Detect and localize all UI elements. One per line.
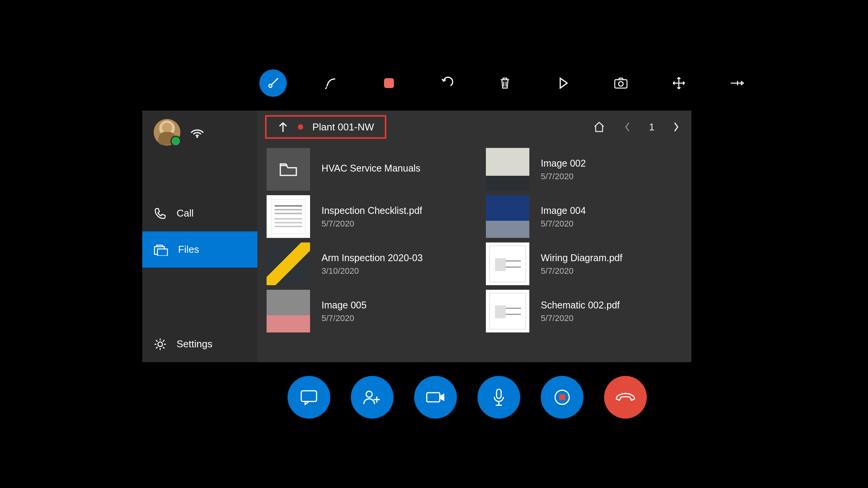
svg-rect-10 xyxy=(427,393,440,402)
svg-rect-1 xyxy=(384,78,394,88)
move-icon xyxy=(672,77,685,90)
end-call-icon xyxy=(615,392,636,403)
file-item[interactable]: Inspection Checklist.pdf 5/7/2020 xyxy=(267,195,463,238)
sidebar-nav: Call Files xyxy=(142,195,257,268)
breadcrumb-row: Plant 001-NW 1 xyxy=(257,111,691,145)
content-area: Plant 001-NW 1 xyxy=(257,111,691,362)
play-button[interactable] xyxy=(549,69,577,97)
sidebar: Call Files Settings xyxy=(142,111,257,362)
image-thumb xyxy=(486,195,529,238)
mic-icon xyxy=(492,388,506,407)
svg-point-4 xyxy=(196,136,198,138)
annotation-toolbar xyxy=(259,69,751,97)
record-icon xyxy=(555,390,570,405)
file-date: 5/7/2020 xyxy=(321,313,366,323)
files-window: Call Files Settings Plant 001-NW xyxy=(142,111,691,362)
file-item[interactable]: Image 002 5/7/2020 xyxy=(486,148,682,191)
image-thumb xyxy=(486,148,529,191)
sidebar-item-files[interactable]: Files xyxy=(142,231,257,268)
mic-button[interactable] xyxy=(477,376,520,419)
file-name: HVAC Service Manuals xyxy=(321,162,420,175)
sidebar-settings-label: Settings xyxy=(177,338,212,350)
sidebar-item-settings[interactable]: Settings xyxy=(142,326,257,362)
end-call-button[interactable] xyxy=(604,376,647,419)
file-item[interactable]: Arm Inspection 2020-03 3/10/2020 xyxy=(267,242,463,285)
video-button[interactable] xyxy=(414,376,457,419)
chat-button[interactable] xyxy=(288,376,330,419)
svg-rect-8 xyxy=(301,391,317,401)
svg-point-9 xyxy=(366,391,372,397)
pin-button[interactable] xyxy=(723,69,751,97)
delete-button[interactable] xyxy=(491,69,519,97)
file-name: Image 004 xyxy=(541,204,586,217)
breadcrumb[interactable]: Plant 001-NW xyxy=(265,115,386,139)
record-dot-icon xyxy=(298,124,303,130)
file-item[interactable]: Wiring Diagram.pdf 5/7/2020 xyxy=(486,242,682,285)
prev-page-button[interactable] xyxy=(620,119,635,135)
sidebar-item-call[interactable]: Call xyxy=(142,195,257,231)
trash-icon xyxy=(499,77,511,90)
chevron-left-icon xyxy=(624,121,631,133)
ink-icon xyxy=(325,77,338,90)
image-thumb xyxy=(267,290,310,332)
chevron-right-icon xyxy=(672,121,680,133)
call-bar xyxy=(288,376,647,419)
phone-icon xyxy=(154,207,167,220)
file-item[interactable]: Schematic 002.pdf 5/7/2020 xyxy=(486,290,682,332)
schematic-thumb xyxy=(486,242,529,285)
schematic-thumb xyxy=(486,290,529,332)
stop-record-button[interactable] xyxy=(375,69,403,97)
file-name: Inspection Checklist.pdf xyxy=(321,204,422,217)
svg-rect-11 xyxy=(497,389,501,398)
stop-icon xyxy=(383,77,395,89)
page-number: 1 xyxy=(648,121,656,133)
file-name: Schematic 002.pdf xyxy=(541,299,620,312)
laser-pointer-icon xyxy=(267,77,280,90)
gear-icon xyxy=(154,338,167,351)
image-thumb xyxy=(267,242,310,285)
svg-point-0 xyxy=(269,84,272,87)
file-name: Wiring Diagram.pdf xyxy=(541,252,622,265)
undo-icon xyxy=(440,77,453,90)
camera-button[interactable] xyxy=(607,69,635,97)
profile-row xyxy=(142,111,257,153)
avatar[interactable] xyxy=(154,119,180,146)
file-date: 3/10/2020 xyxy=(321,266,423,276)
pin-icon xyxy=(730,79,744,88)
file-item[interactable]: Image 004 5/7/2020 xyxy=(486,195,682,238)
next-page-button[interactable] xyxy=(669,119,684,135)
file-date: 5/7/2020 xyxy=(541,313,620,323)
doc-thumb xyxy=(267,195,310,238)
ink-button[interactable] xyxy=(317,69,345,97)
move-button[interactable] xyxy=(665,69,693,97)
wifi-icon xyxy=(190,125,205,140)
file-date: 5/7/2020 xyxy=(541,219,586,229)
folder-icon xyxy=(267,148,310,191)
home-icon xyxy=(593,121,605,133)
home-button[interactable] xyxy=(592,119,607,135)
file-name: Image 005 xyxy=(321,299,366,312)
file-date: 5/7/2020 xyxy=(321,219,422,229)
undo-button[interactable] xyxy=(433,69,461,97)
people-button[interactable] xyxy=(351,376,394,419)
sidebar-call-label: Call xyxy=(177,207,194,219)
up-arrow-icon xyxy=(277,120,289,133)
video-icon xyxy=(425,390,446,404)
svg-rect-6 xyxy=(158,249,167,256)
svg-point-7 xyxy=(158,342,162,347)
file-date: 5/7/2020 xyxy=(541,266,622,276)
svg-rect-2 xyxy=(615,80,627,88)
file-item[interactable]: Image 005 5/7/2020 xyxy=(267,290,463,332)
file-name: Arm Inspection 2020-03 xyxy=(321,252,423,265)
camera-icon xyxy=(614,77,628,89)
file-item[interactable]: HVAC Service Manuals xyxy=(267,148,463,191)
laser-pointer-button[interactable] xyxy=(259,69,287,97)
file-name: Image 002 xyxy=(541,157,586,170)
files-icon xyxy=(154,244,168,256)
chat-icon xyxy=(300,389,318,405)
play-icon xyxy=(557,77,569,90)
record-button[interactable] xyxy=(541,376,583,419)
sidebar-files-label: Files xyxy=(178,244,199,255)
breadcrumb-nav: 1 xyxy=(592,119,684,135)
svg-point-3 xyxy=(619,82,623,86)
